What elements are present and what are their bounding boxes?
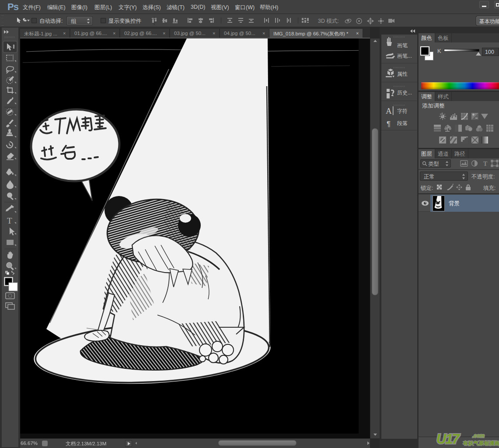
svg-text:T: T: [483, 161, 488, 167]
svg-text:¶: ¶: [387, 120, 391, 128]
svg-text:A: A: [386, 106, 392, 116]
svg-text:T: T: [7, 216, 12, 225]
svg-text:.com: .com: [472, 433, 485, 439]
svg-text:U17: U17: [436, 431, 461, 447]
svg-text:有妖气原创漫画: 有妖气原创漫画: [463, 441, 499, 446]
